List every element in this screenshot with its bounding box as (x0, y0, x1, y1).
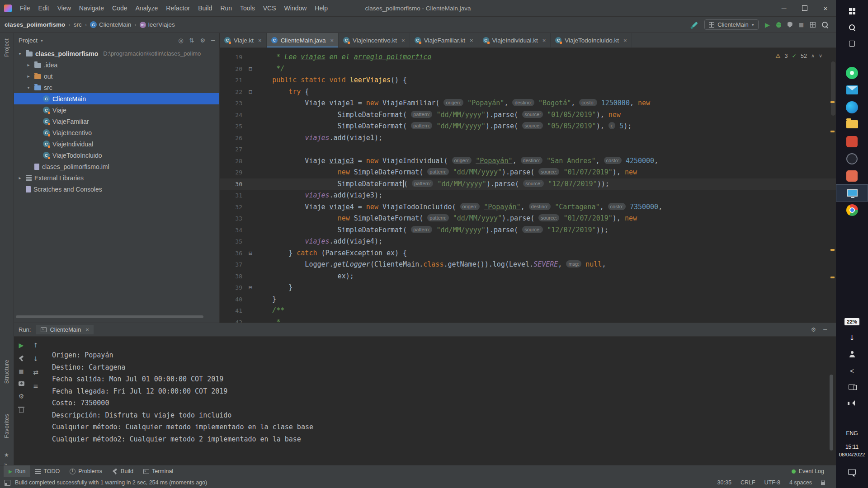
stop-button[interactable]: ■ (799, 22, 804, 28)
coverage-button[interactable] (788, 22, 793, 28)
search-button[interactable] (836, 19, 868, 35)
console-output[interactable]: Origen: PopayánDestino: CartagenaFecha s… (52, 349, 822, 445)
code-line-39[interactable]: 39⊟ } (220, 282, 836, 294)
rerun-icon[interactable]: ▶ (19, 342, 24, 348)
up-icon[interactable]: ↑ (33, 342, 38, 348)
tool-tab-build[interactable]: Build (107, 465, 138, 477)
maximize-icon[interactable] (794, 0, 815, 16)
breadcrumb-item-leerViajes[interactable]: mleerViajes (140, 21, 175, 28)
code-line-33[interactable]: 33 new SimpleDateFormat( pattern: "dd/MM… (220, 213, 836, 225)
code-line-42[interactable]: 42 * (220, 317, 836, 323)
menu-tools[interactable]: Tools (236, 5, 259, 12)
toolwindow-structure-button[interactable]: Structure (4, 360, 10, 384)
horizontal-scrollbar[interactable] (16, 315, 203, 318)
tree-item-ClienteMain[interactable]: CClienteMain (14, 93, 219, 104)
editor-tab-ViajeIncentivo.kt[interactable]: CViajeIncentivo.kt× (339, 33, 410, 47)
code-line-25[interactable]: 25 SimpleDateFormat( pattern: "dd/MM/yyy… (220, 121, 836, 132)
tree-item-src[interactable]: ▾src (14, 82, 219, 93)
code-line-29[interactable]: 29 new SimpleDateFormat( pattern: "dd/MM… (220, 167, 836, 178)
code-line-21[interactable]: 21 public static void leerViajes() { (220, 75, 836, 86)
taskbar-mail-app[interactable] (836, 81, 868, 99)
hide-panel-icon[interactable]: ─ (211, 37, 215, 44)
tool-tab-problems[interactable]: Problems (65, 465, 107, 477)
taskbar-monitor-app[interactable] (836, 184, 868, 202)
menu-window[interactable]: Window (280, 5, 311, 12)
caret-position[interactable]: 30:35 (717, 479, 731, 486)
notification-center-button[interactable] (836, 464, 868, 480)
hammer-icon[interactable] (19, 356, 24, 361)
editor-tab-ViajeFamiliar.kt[interactable]: CViajeFamiliar.kt× (410, 33, 478, 47)
tree-item-.idea[interactable]: ▸.idea (14, 59, 219, 70)
tree-item-ViajeIncentivo[interactable]: CViajeIncentivo (14, 127, 219, 138)
editor-tab-ViajeIndividual.kt[interactable]: CViajeIndividual.kt× (478, 33, 551, 47)
devices-button[interactable] (836, 379, 868, 395)
tool-tab-run[interactable]: ▶Run (4, 465, 30, 477)
hide-panel-icon[interactable]: ─ (823, 326, 827, 333)
trash-icon[interactable] (19, 408, 24, 413)
tab-close-icon[interactable]: × (258, 37, 262, 44)
tab-close-icon[interactable]: × (330, 37, 334, 44)
gear-icon[interactable]: ⚙ (200, 37, 206, 44)
taskbar-orange-app[interactable] (836, 167, 868, 184)
menu-code[interactable]: Code (108, 5, 131, 12)
tree-item-out[interactable]: ▸out (14, 70, 219, 82)
code-line-24[interactable]: 24 SimpleDateFormat( pattern: "dd/MM/yyy… (220, 109, 836, 121)
lock-icon[interactable] (821, 482, 825, 485)
breadcrumb-item-ClienteMain[interactable]: CClienteMain (90, 21, 131, 28)
tree-item-ViajeIndividual[interactable]: CViajeIndividual (14, 138, 219, 150)
toolwindow-project-button[interactable]: Project (4, 38, 10, 57)
editor-tab-Viaje.kt[interactable]: CViaje.kt× (220, 33, 267, 47)
status-message[interactable]: Build completed successfully with 1 warn… (15, 479, 207, 486)
code-line-35[interactable]: 35 viajes.add(viaje4); (220, 236, 836, 248)
stop-icon[interactable]: ■ (19, 369, 24, 374)
close-icon[interactable]: × (815, 0, 836, 16)
vertical-scrollbar[interactable] (830, 375, 833, 450)
menu-icon[interactable]: ≡ (33, 383, 38, 389)
tree-item-ViajeTodoIncluido[interactable]: CViajeTodoIncluido (14, 150, 219, 161)
tree-expand-icon[interactable]: ▸ (25, 62, 32, 67)
toolwindow-switcher-icon[interactable] (5, 480, 10, 486)
taskbar-clock[interactable]: ENG 15:11 08/04/2022 (839, 430, 865, 457)
camera-icon[interactable] (19, 381, 24, 386)
editor-scrollbar[interactable] (831, 61, 835, 116)
menu-file[interactable]: File (16, 5, 34, 12)
star-icon[interactable]: ★ (4, 452, 9, 458)
inspections-widget[interactable]: ⚠ 3 ✓ 52 ∧ ∨ (775, 52, 822, 59)
menu-analyze[interactable]: Analyze (132, 5, 162, 12)
project-panel-title[interactable]: Project (19, 37, 38, 44)
code-line-23[interactable]: 23 Viaje viaje1 = new ViajeFamiliar( ori… (220, 98, 836, 109)
code-line-32[interactable]: 32 Viaje viaje4 = new ViajeTodoIncluido(… (220, 202, 836, 213)
menu-navigate[interactable]: Navigate (75, 5, 108, 12)
code-line-30[interactable]: 30 SimpleDateFormat( pattern: "dd/MM/yyy… (220, 178, 836, 190)
down-icon[interactable]: ↓ (33, 356, 38, 362)
code-line-38[interactable]: 38 ex); (220, 271, 836, 282)
code-line-26[interactable]: 26 viajes.add(viaje1); (220, 132, 836, 144)
tree-expand-icon[interactable]: ▾ (25, 85, 32, 90)
taskbar-blue-browser-app[interactable] (836, 99, 868, 116)
file-encoding[interactable]: UTF-8 (764, 479, 780, 486)
taskbar-folder-app[interactable] (836, 116, 868, 133)
code-line-20[interactable]: 20⊟ */ (220, 63, 836, 75)
taskview-button[interactable] (836, 35, 868, 52)
cleanup-icon[interactable] (692, 22, 698, 28)
tree-item-clases_polimorfismo[interactable]: ▾clases_polimorfismoD:\programacion\kotl… (14, 48, 219, 59)
search-everywhere-icon[interactable] (822, 22, 828, 28)
code-line-37[interactable]: 37 Logger.getLogger(ClienteMain.class.ge… (220, 259, 836, 271)
menu-run[interactable]: Run (216, 5, 236, 12)
code-line-34[interactable]: 34 SimpleDateFormat( pattern: "dd/MM/yyy… (220, 225, 836, 236)
code-line-40[interactable]: 40 } (220, 294, 836, 305)
tab-close-icon[interactable]: × (401, 37, 405, 44)
expand-collapse-icon[interactable]: ⇅ (189, 37, 194, 44)
language-indicator[interactable]: ENG (839, 430, 865, 436)
menu-refactor[interactable]: Refactor (162, 5, 194, 12)
code-line-19[interactable]: 19 * Lee viajes en el arreglo polimorfic… (220, 52, 836, 63)
chevron-button[interactable]: < (836, 362, 868, 379)
editor-tab-ViajeTodoIncluido.kt[interactable]: CViajeTodoIncluido.kt× (551, 33, 632, 47)
start-button[interactable] (836, 3, 868, 19)
softwrap-icon[interactable]: ⇄ (33, 369, 38, 375)
code-line-27[interactable]: 27 (220, 144, 836, 155)
breadcrumb-item-src[interactable]: src (74, 21, 82, 28)
code-line-22[interactable]: 22⊟ try { (220, 86, 836, 98)
menu-vcs[interactable]: VCS (259, 5, 280, 12)
tree-item-Scratches and Consoles[interactable]: Scratches and Consoles (14, 183, 219, 195)
